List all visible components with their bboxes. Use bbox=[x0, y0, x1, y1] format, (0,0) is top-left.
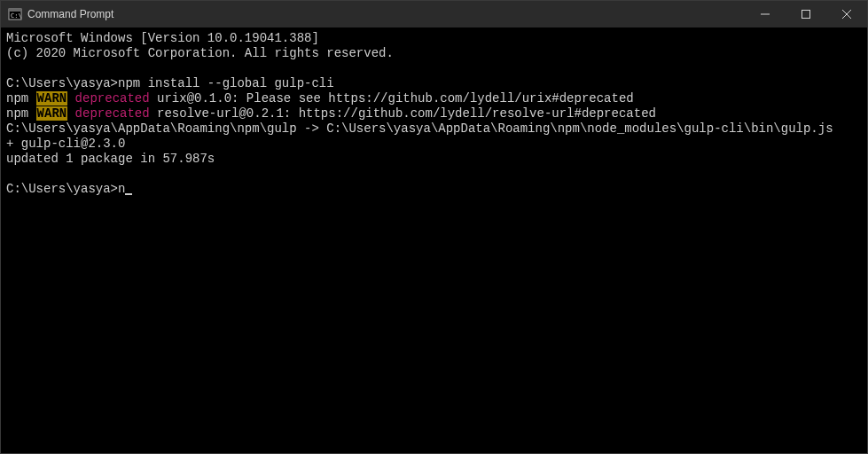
terminal-line: C:\Users\yasya>npm install --global gulp… bbox=[6, 76, 862, 91]
prompt-path: C:\Users\yasya> bbox=[6, 182, 118, 197]
warn-message: resolve-url@0.2.1: https://github.com/ly… bbox=[150, 106, 656, 121]
blank-line bbox=[6, 61, 862, 76]
terminal-line: Microsoft Windows [Version 10.0.19041.38… bbox=[6, 31, 862, 46]
typed-input: n bbox=[118, 182, 125, 197]
cursor-icon bbox=[125, 193, 132, 195]
cmd-icon: C:\ bbox=[8, 7, 22, 21]
svg-rect-1 bbox=[9, 9, 21, 12]
window-controls bbox=[745, 1, 867, 27]
maximize-button[interactable] bbox=[786, 1, 826, 27]
close-button[interactable] bbox=[826, 1, 867, 27]
terminal-content[interactable]: Microsoft Windows [Version 10.0.19041.38… bbox=[1, 27, 867, 453]
window-title: Command Prompt bbox=[27, 8, 113, 20]
command-text: npm install --global gulp-cli bbox=[118, 76, 334, 90]
terminal-line: npm WARN deprecated resolve-url@0.2.1: h… bbox=[6, 106, 862, 121]
terminal-line: C:\Users\yasya\AppData\Roaming\npm\gulp … bbox=[6, 121, 862, 137]
npm-prefix: npm bbox=[6, 106, 36, 121]
terminal-line: (c) 2020 Microsoft Corporation. All righ… bbox=[6, 46, 862, 61]
prompt-path: C:\Users\yasya> bbox=[6, 76, 118, 90]
terminal-line: npm WARN deprecated urix@0.1.0: Please s… bbox=[6, 91, 862, 106]
deprecated-label: deprecated bbox=[67, 91, 149, 106]
svg-text:C:\: C:\ bbox=[11, 12, 22, 20]
minimize-button[interactable] bbox=[745, 1, 786, 27]
terminal-line: updated 1 package in 57.987s bbox=[6, 152, 862, 167]
title-bar[interactable]: C:\ Command Prompt bbox=[1, 1, 867, 27]
deprecated-label: deprecated bbox=[67, 106, 149, 121]
blank-line bbox=[6, 167, 862, 182]
npm-prefix: npm bbox=[6, 91, 36, 106]
warn-badge: WARN bbox=[36, 91, 68, 106]
terminal-line: + gulp-cli@2.3.0 bbox=[6, 137, 862, 152]
terminal-line: C:\Users\yasya>n bbox=[6, 182, 862, 197]
title-left: C:\ Command Prompt bbox=[8, 7, 113, 21]
svg-rect-4 bbox=[802, 11, 810, 19]
warn-badge: WARN bbox=[36, 106, 68, 121]
warn-message: urix@0.1.0: Please see https://github.co… bbox=[150, 91, 634, 106]
command-prompt-window: C:\ Command Prompt Microsoft Windows [Ve… bbox=[0, 0, 868, 454]
